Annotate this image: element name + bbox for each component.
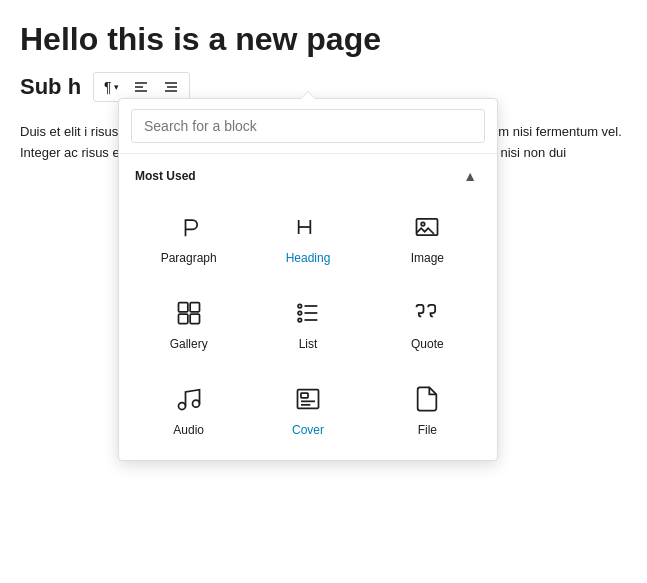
block-item-quote[interactable]: Quote — [370, 280, 485, 362]
file-block-icon — [409, 381, 445, 417]
gallery-block-icon — [171, 295, 207, 331]
gallery-block-label: Gallery — [170, 337, 208, 351]
svg-rect-11 — [178, 303, 187, 312]
align-right-icon — [163, 79, 179, 95]
align-left-icon — [133, 79, 149, 95]
svg-point-10 — [421, 222, 425, 226]
search-input[interactable] — [131, 109, 485, 143]
svg-rect-24 — [301, 393, 308, 398]
svg-point-22 — [192, 400, 199, 407]
svg-rect-14 — [190, 314, 199, 323]
align-left-btn[interactable] — [127, 75, 155, 99]
audio-block-label: Audio — [173, 423, 204, 437]
heading-block-label: Heading — [286, 251, 331, 265]
svg-point-18 — [298, 304, 302, 308]
block-item-image[interactable]: Image — [370, 194, 485, 276]
list-block-label: List — [299, 337, 318, 351]
block-item-file[interactable]: File — [370, 366, 485, 448]
image-block-label: Image — [411, 251, 444, 265]
svg-rect-13 — [178, 314, 187, 323]
quote-block-label: Quote — [411, 337, 444, 351]
image-block-icon — [409, 209, 445, 245]
audio-block-icon — [171, 381, 207, 417]
block-item-paragraph[interactable]: Paragraph — [131, 194, 246, 276]
blocks-scroll-area[interactable]: Paragraph Heading — [119, 194, 497, 460]
cover-block-label: Cover — [292, 423, 324, 437]
svg-point-20 — [298, 318, 302, 322]
search-box — [119, 99, 497, 154]
most-used-header: Most Used ▲ — [119, 154, 497, 194]
heading-block-icon — [290, 209, 326, 245]
blocks-grid: Paragraph Heading — [131, 194, 485, 448]
file-block-label: File — [418, 423, 437, 437]
block-item-audio[interactable]: Audio — [131, 366, 246, 448]
block-inserter-popup: Most Used ▲ Paragraph — [118, 98, 498, 461]
paragraph-block-label: Paragraph — [161, 251, 217, 265]
paragraph-caret: ▾ — [114, 82, 119, 92]
svg-rect-12 — [190, 303, 199, 312]
block-item-cover[interactable]: Cover — [250, 366, 365, 448]
paragraph-toolbar-btn[interactable]: ¶ ▾ — [98, 75, 125, 99]
svg-point-19 — [298, 311, 302, 315]
cover-block-icon — [290, 381, 326, 417]
inserter-arrow — [300, 91, 316, 99]
block-item-list[interactable]: List — [250, 280, 365, 362]
block-item-heading[interactable]: Heading — [250, 194, 365, 276]
align-right-btn[interactable] — [157, 75, 185, 99]
page-title: Hello this is a new page — [20, 20, 627, 58]
paragraph-icon: ¶ — [104, 79, 112, 95]
list-block-icon — [290, 295, 326, 331]
collapse-button[interactable]: ▲ — [459, 166, 481, 186]
block-item-gallery[interactable]: Gallery — [131, 280, 246, 362]
most-used-label: Most Used — [135, 169, 196, 183]
svg-point-21 — [178, 403, 185, 410]
svg-rect-9 — [417, 219, 438, 235]
sub-heading-text: Sub h — [20, 74, 81, 100]
paragraph-block-icon — [171, 209, 207, 245]
quote-block-icon — [409, 295, 445, 331]
